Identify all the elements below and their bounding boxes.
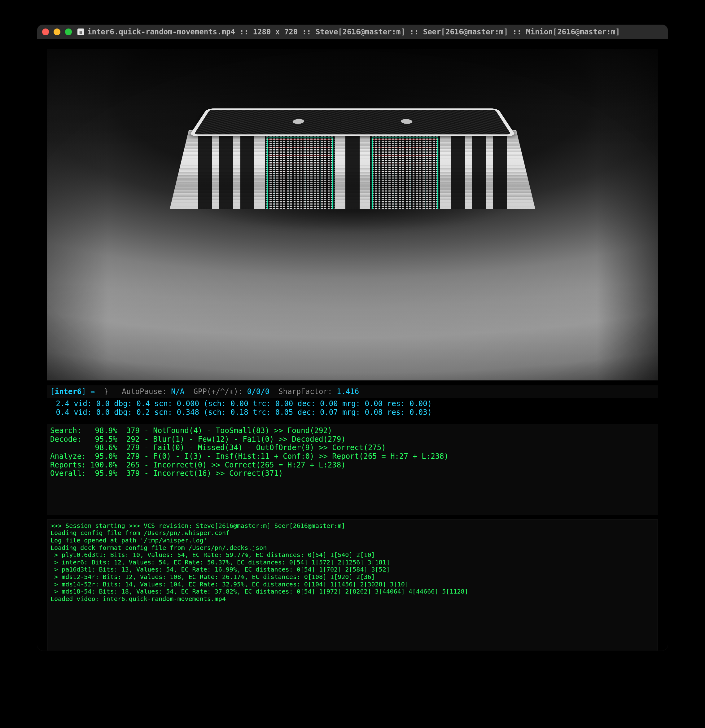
gpp-label: GPP(+/^/✳): [193, 387, 243, 396]
timing-row: 2.4 vid: 0.0 dbg: 0.4 scn: 0.000 (sch: 0… [51, 399, 432, 408]
log-line: > inter6: Bits: 12, Values: 54, EC Rate:… [51, 559, 390, 566]
document-proxy-icon[interactable]: ▦ [77, 29, 84, 35]
stat-search: Search: 98.9% 379 - NotFound(4) - TooSma… [50, 426, 332, 435]
log-line: Loading deck format config file from /Us… [51, 544, 267, 552]
log-line: > pa16d3t1: Bits: 13, Values: 54, EC Rat… [51, 566, 390, 573]
status-bar: [inter6] ⇛ } AutoPause: N/A GPP(+/^/✳): … [47, 386, 658, 398]
stats-panel: Search: 98.9% 379 - NotFound(4) - TooSma… [47, 424, 658, 515]
window-title: inter6.quick-random-movements.mp4 :: 128… [87, 27, 620, 36]
stat-decode2: 98.6% 279 - Fail(0) - Missed(34) - OutOf… [50, 443, 386, 452]
window-content: [inter6] ⇛ } AutoPause: N/A GPP(+/^/✳): … [37, 39, 668, 650]
minimize-icon[interactable] [53, 29, 61, 35]
window-titlebar[interactable]: ▦ inter6.quick-random-movements.mp4 :: 1… [37, 25, 668, 39]
video-preview[interactable] [47, 49, 658, 380]
session-name: inter6 [55, 387, 81, 396]
window-traffic-lights [42, 29, 72, 35]
log-line: > mds14-52r: Bits: 14, Values: 104, EC R… [51, 581, 409, 588]
log-line: > ply10.6d3t1: Bits: 10, Values: 54, EC … [51, 551, 375, 559]
maximize-icon[interactable] [65, 29, 72, 35]
log-line: >>> Session starting >>> VCS revision: S… [51, 522, 345, 529]
gpp-value: 0/0/0 [247, 387, 270, 396]
log-line: Log file opened at path '/tmp/whisper.lo… [51, 537, 207, 544]
timing-panel: 2.4 vid: 0.0 dbg: 0.4 scn: 0.000 (sch: 0… [47, 398, 658, 420]
log-panel: >>> Session starting >>> VCS revision: S… [47, 520, 658, 650]
autopause-label: AutoPause: [122, 387, 167, 396]
stat-analyze: Analyze: 95.0% 279 - F(0) - I(3) - Insf(… [50, 452, 449, 461]
autopause-value: N/A [171, 387, 184, 396]
timing-row: 0.4 vid: 0.0 dbg: 0.2 scn: 0.348 (sch: 0… [51, 408, 432, 417]
stat-overall: Overall: 95.9% 379 - Incorrect(16) >> Co… [50, 469, 283, 478]
log-line: Loading config file from /Users/pn/.whis… [51, 529, 230, 537]
close-icon[interactable] [42, 29, 49, 35]
prompt-brace: } [104, 387, 108, 396]
log-line: > mds12-54r: Bits: 12, Values: 108, EC R… [51, 573, 375, 581]
video-vignette [47, 49, 658, 380]
stat-reports: Reports: 100.0% 265 - Incorrect(0) >> Co… [50, 461, 346, 469]
prompt-arrow-icon: ⇛ [91, 387, 95, 396]
stat-decode: Decode: 95.5% 292 - Blur(1) - Few(12) - … [50, 435, 346, 443]
log-line: > mds18-54: Bits: 18, Values: 54, EC Rat… [51, 588, 468, 595]
log-line: Loaded video: inter6.quick-random-moveme… [51, 595, 226, 602]
app-window: ▦ inter6.quick-random-movements.mp4 :: 1… [37, 25, 668, 650]
sharp-value: 1.416 [337, 387, 359, 396]
sharp-label: SharpFactor: [279, 387, 332, 396]
